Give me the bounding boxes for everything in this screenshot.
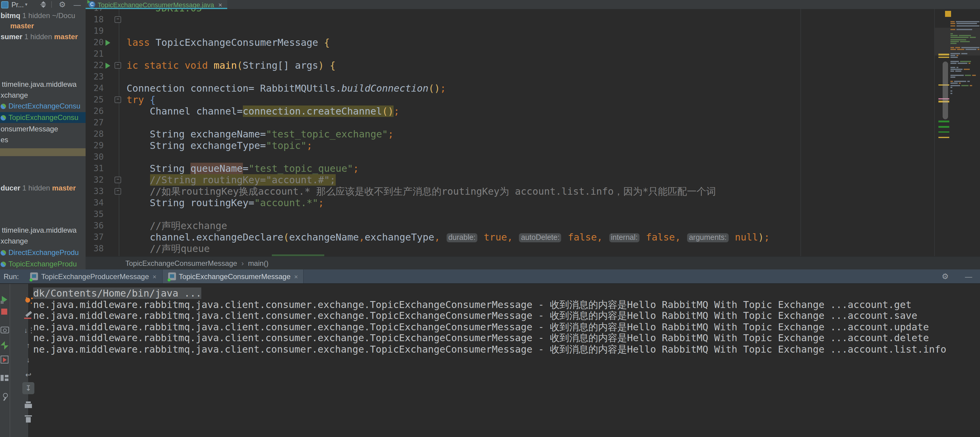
tree-item-class[interactable]: TopicExchangeProdu [0, 259, 86, 269]
tree-item-class[interactable]: DirectExchangeConsu [0, 101, 86, 111]
run-dashboard-icon[interactable] [1, 356, 8, 364]
line-number: 25 [86, 94, 103, 105]
console-line: ne.java.middleware.rabbitmq.java.client.… [33, 299, 912, 310]
code-text: ic static void main(String[] args) { [127, 60, 336, 71]
tree-item[interactable]: sumer 1 hidden master [0, 31, 86, 42]
code-text: String routingKey="account.*"; [127, 197, 324, 208]
tree-item[interactable]: ducer 1 hidden master [0, 183, 86, 194]
soft-wrap-icon[interactable]: ↩ [24, 371, 33, 379]
stop-icon[interactable] [1, 308, 7, 315]
minimap-scrollbar-area[interactable] [934, 9, 980, 256]
run-tab-label: TopicExchangeConsumerMessage [179, 272, 291, 281]
line-number: 33 [86, 186, 103, 197]
run-console-panel: ↓⋮ ↑ ↓ ↩ ↧ dk/Contents/Home/bin/java ...… [0, 283, 980, 437]
clear-console-icon[interactable] [24, 415, 33, 423]
code-line: 25−try { [86, 94, 934, 105]
editor-tab[interactable]: C TopicExchangeConsumerMessage.java × [86, 0, 227, 9]
tree-selection-unfocused-row[interactable] [0, 148, 86, 156]
fold-marker-icon[interactable]: − [115, 176, 121, 183]
console-line: dk/Contents/Home/bin/java ... [33, 288, 202, 299]
run-settings-gear-icon[interactable]: ⚙ [942, 272, 949, 281]
fold-marker-icon[interactable]: − [115, 16, 121, 23]
code-text: //String routingKey="account.#"; [127, 174, 336, 186]
code-text: lass TopicExchangeConsumerMessage { [127, 37, 330, 48]
tree-item-class[interactable]: DirectExchangeProdu [0, 247, 86, 258]
ide-window: C TopicExchangeConsumerMessage.java × 17… [0, 0, 980, 437]
tree-item[interactable]: onsumerMessage [0, 124, 86, 134]
run-tab[interactable]: TopicExchangeConsumerMessage× [162, 269, 304, 283]
console-running-icon [168, 272, 176, 280]
breadcrumb: TopicExchangeConsumerMessage › main() [86, 256, 980, 269]
tree-item[interactable]: ttimeline.java.middlewa [0, 225, 86, 236]
print-icon[interactable] [24, 401, 33, 410]
console-running-icon [30, 272, 38, 280]
project-panel-title[interactable]: Pr... [11, 1, 24, 8]
up-stack-trace-icon[interactable]: ↑ [24, 341, 33, 350]
tree-item-label: DirectExchangeProdu [8, 248, 79, 257]
tree-item[interactable]: ttimeline.java.middlewa [0, 79, 86, 90]
class-icon [1, 115, 6, 121]
line-number: 37 [86, 232, 103, 243]
editor-tab-bar: C TopicExchangeConsumerMessage.java × [86, 0, 980, 10]
java-class-icon: C [89, 1, 95, 8]
run-hide-panel-icon[interactable]: — [965, 272, 972, 281]
restore-layout-icon[interactable] [1, 341, 9, 350]
run-toolbar [0, 284, 10, 437]
code-line: 34 String routingKey="account.*"; [86, 197, 934, 208]
code-line: 27 [86, 117, 934, 129]
code-line: 36 //声明exchange [86, 220, 934, 232]
code-text: String exchangeName="test_topic_exchange… [127, 129, 394, 140]
code-line: 20lass TopicExchangeConsumerMessage { [86, 37, 934, 48]
layout-icon[interactable] [1, 374, 9, 382]
gear-icon[interactable]: ⚙ [59, 0, 66, 9]
line-number: 23 [86, 71, 103, 83]
fold-marker-icon[interactable]: − [115, 188, 121, 195]
tree-item[interactable]: xchange [0, 236, 86, 246]
project-icon [1, 1, 8, 8]
pin-tab-icon[interactable] [1, 393, 9, 401]
tab-close-icon[interactable]: × [218, 1, 222, 8]
fold-marker-icon[interactable]: − [115, 62, 121, 69]
run-tab[interactable]: TopicExchangeProducerMessage× [25, 269, 162, 283]
scroll-to-end-icon[interactable]: ↧ [22, 382, 34, 394]
chevron-down-icon[interactable]: ▾ [25, 2, 27, 7]
line-number: 28 [86, 129, 103, 140]
hide-panel-icon[interactable]: — [73, 0, 80, 9]
rerun-icon[interactable] [1, 296, 9, 304]
close-icon[interactable]: × [294, 273, 298, 280]
fold-marker-icon[interactable]: − [115, 97, 121, 103]
breadcrumb-separator-icon: › [241, 259, 244, 267]
inspection-status-square[interactable] [945, 11, 951, 17]
down-stack-trace-icon[interactable]: ↓ [24, 356, 33, 364]
edit-configuration-icon[interactable] [24, 311, 33, 319]
step-filter-icon[interactable]: ↓⋮ [24, 326, 33, 335]
code-text: String queueName="test_topic_queue"; [127, 163, 359, 174]
line-number: 38 [86, 243, 103, 254]
breadcrumb-method[interactable]: main() [248, 259, 269, 267]
thread-dump-icon[interactable] [1, 327, 9, 333]
code-text: Connection connection= RabbitMQUtils.bui… [127, 83, 446, 94]
console-toolbar: ↓⋮ ↑ ↓ ↩ ↧ [10, 284, 29, 437]
console-output[interactable]: dk/Contents/Home/bin/java ...ne.java.mid… [33, 284, 974, 437]
line-number: 29 [86, 140, 103, 151]
tree-item-class[interactable]: TopicExchangeConsu [0, 112, 86, 123]
code-line: 35 [86, 208, 934, 220]
code-text: //声明queue [127, 243, 210, 254]
line-number: 31 [86, 163, 103, 174]
line-number: 17 [86, 9, 103, 14]
collapse-all-icon[interactable] [41, 1, 46, 8]
editor-scrollbar-thumb[interactable] [943, 62, 948, 119]
run-line-icon[interactable] [105, 63, 110, 69]
tree-item[interactable]: bitmq 1 hidden ~/Docu [0, 10, 86, 21]
breadcrumb-class[interactable]: TopicExchangeConsumerMessage [126, 259, 237, 267]
run-line-icon[interactable] [105, 40, 110, 46]
close-icon[interactable]: × [153, 273, 156, 280]
code-editor[interactable]: 17 JDK11.0518−1920lass TopicExchangeCons… [86, 9, 934, 256]
profiler-icon[interactable] [24, 296, 33, 304]
code-text: //声明exchange [127, 220, 227, 232]
git-branch-label[interactable]: master [0, 21, 86, 31]
tree-item[interactable]: xchange [0, 90, 86, 101]
code-text: JDK11.05 [127, 9, 202, 14]
tree-item[interactable]: es [0, 134, 86, 145]
run-tool-window-header: Run: TopicExchangeProducerMessage×TopicE… [0, 269, 980, 283]
